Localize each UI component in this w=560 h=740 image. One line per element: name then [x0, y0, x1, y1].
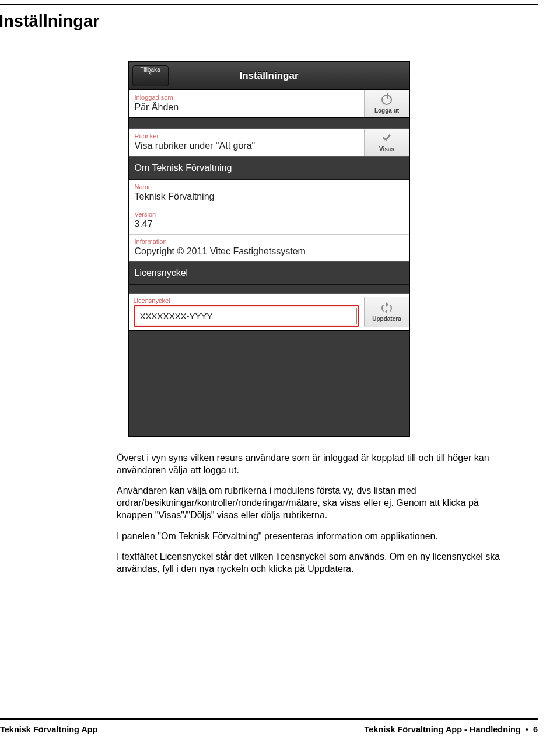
back-label: Tillbaka: [133, 57, 168, 83]
paragraph-4: I textfältet Licensnyckel står det vilke…: [117, 550, 503, 575]
footer-page-number: 6: [533, 725, 538, 734]
logged-in-label: Inloggad som: [135, 94, 358, 101]
logged-in-row: Inloggad som Pär Åhden Logga ut: [129, 90, 410, 118]
headings-row: Rubriker Visa rubriker under "Att göra" …: [129, 128, 410, 156]
footer: Teknisk Förvaltning App Teknisk Förvaltn…: [0, 725, 538, 734]
paragraph-1: Överst i vyn syns vilken resurs användar…: [117, 452, 503, 476]
page-heading: Inställningar: [0, 12, 538, 31]
license-label: Licensnyckel: [134, 297, 359, 304]
version-value: 3.47: [135, 219, 404, 229]
bullet-icon: •: [526, 725, 528, 734]
update-label: Uppdatera: [372, 316, 401, 322]
visas-button[interactable]: Visas: [364, 129, 410, 156]
body-text: Överst i vyn syns vilken resurs användar…: [117, 452, 503, 575]
license-section-header: Licensnyckel: [129, 261, 410, 285]
logout-button[interactable]: Logga ut: [364, 90, 410, 117]
footer-right-prefix: Teknisk Förvaltning App - Handledning: [365, 725, 521, 734]
license-row: Licensnyckel XXXXXXXX-YYYY Uppdatera: [129, 293, 410, 331]
phone-screenshot: ‹ Tillbaka Inställningar Inloggad som Pä…: [128, 61, 410, 437]
version-label: Version: [135, 211, 404, 218]
paragraph-2: Användaren kan välja om rubrikerna i mod…: [117, 484, 503, 521]
name-row: Namn Teknisk Förvaltning: [129, 180, 410, 207]
back-button[interactable]: ‹ Tillbaka: [132, 65, 169, 86]
name-value: Teknisk Förvaltning: [135, 191, 404, 202]
info-row: Information Copyright © 2011 Vitec Fasti…: [129, 234, 410, 261]
name-label: Namn: [135, 183, 404, 190]
footer-left: Teknisk Förvaltning App: [0, 725, 98, 734]
check-icon: [381, 132, 393, 144]
titlebar-title: Inställningar: [129, 62, 410, 90]
bottom-rule: [0, 718, 538, 720]
top-rule: [0, 4, 538, 5]
info-value: Copyright © 2011 Vitec Fastighetssystem: [135, 246, 404, 257]
phone-body: Inloggad som Pär Åhden Logga ut Rubriker…: [129, 90, 410, 436]
titlebar: ‹ Tillbaka Inställningar: [129, 62, 410, 90]
footer-right: Teknisk Förvaltning App - Handledning • …: [365, 725, 538, 734]
update-button[interactable]: Uppdatera: [364, 297, 410, 327]
about-section-header: Om Teknisk Förvaltning: [129, 156, 410, 180]
headings-value: Visa rubriker under "Att göra": [135, 141, 358, 151]
refresh-icon: [381, 302, 393, 314]
paragraph-3: I panelen "Om Teknisk Förvaltning" prese…: [117, 530, 503, 542]
version-row: Version 3.47: [129, 207, 410, 234]
info-label: Information: [135, 238, 404, 245]
visas-label: Visas: [379, 146, 394, 152]
license-input[interactable]: XXXXXXXX-YYYY: [136, 308, 357, 324]
logout-label: Logga ut: [374, 107, 399, 114]
about-stack: Namn Teknisk Förvaltning Version 3.47 In…: [129, 180, 410, 261]
license-field-outline: XXXXXXXX-YYYY: [134, 305, 359, 327]
headings-label: Rubriker: [135, 132, 358, 139]
power-icon: [381, 94, 393, 106]
logged-in-value: Pär Åhden: [135, 102, 358, 113]
